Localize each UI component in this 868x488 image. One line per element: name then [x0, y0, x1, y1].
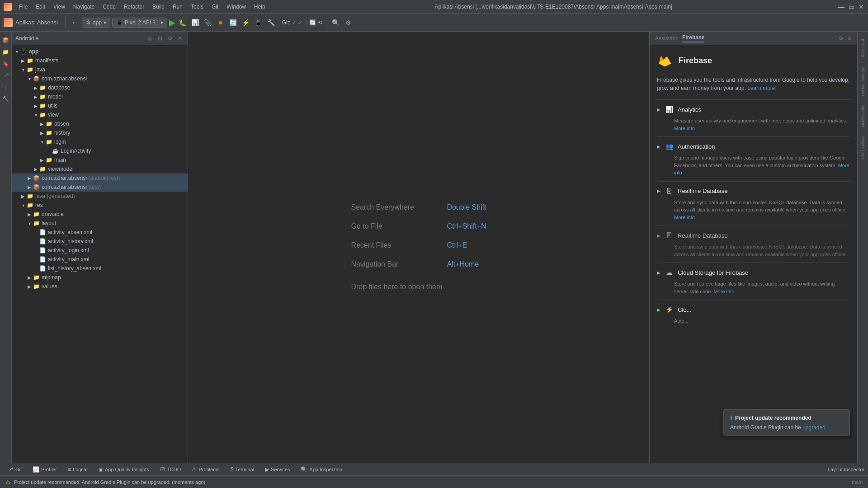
sidebar-resource-manager[interactable]: 📦: [1, 35, 11, 45]
config-dropdown[interactable]: ⚙ app ▾: [82, 18, 110, 28]
tree-item-test[interactable]: ▶ 📦 com.azhar.absensi (test): [12, 183, 188, 192]
sidebar-pull-requests[interactable]: ↕: [1, 82, 11, 92]
bottom-tab-logcat[interactable]: ≡ Logcat: [64, 465, 91, 474]
device-dropdown[interactable]: 📱 Pixel 2 API 31 ▾: [112, 18, 167, 28]
bottom-tab-problems[interactable]: ⚠ Problems: [188, 465, 223, 474]
learn-more-link[interactable]: Learn more: [747, 85, 775, 91]
attach-button[interactable]: 📎: [203, 17, 213, 28]
debug-button[interactable]: 🐛: [177, 17, 188, 28]
tree-item-values[interactable]: ▶ 📁 values: [12, 282, 188, 291]
right-tab-notifications[interactable]: Notifications: [859, 101, 867, 131]
tree-item-main[interactable]: ▶ 📁 main: [12, 155, 188, 164]
panel-collapse-icon[interactable]: ⊟: [156, 34, 164, 42]
panel-locate-icon[interactable]: ◎: [146, 34, 154, 42]
tree-item-viewmodel[interactable]: ▶ 📁 viewmodel: [12, 164, 188, 174]
service-header-analytics[interactable]: ▶ 📊 Analytics: [657, 104, 850, 114]
git-check-icon[interactable]: ✓: [298, 19, 303, 26]
right-tab-device-manager[interactable]: Device Manager: [859, 63, 867, 100]
firebase-tab[interactable]: Firebase: [682, 34, 704, 42]
sidebar-commit[interactable]: ⎇: [1, 70, 11, 80]
tree-item-history[interactable]: ▶ 📁 history: [12, 128, 188, 137]
panel-gear-icon[interactable]: ⚙: [166, 34, 174, 42]
service-header-realtime-db[interactable]: ▶ 🗄 Realtime Database: [657, 186, 850, 196]
settings-button[interactable]: ⚙: [343, 17, 354, 28]
sdk-manager[interactable]: 🔧: [266, 17, 277, 28]
menu-git[interactable]: Git: [208, 3, 222, 11]
menu-build[interactable]: Build: [149, 3, 168, 11]
git-push-icon[interactable]: ↑: [305, 19, 307, 26]
menu-view[interactable]: View: [50, 3, 69, 11]
sidebar-project[interactable]: 📁: [1, 47, 11, 57]
stop-button[interactable]: ■: [215, 17, 226, 28]
tree-item-mipmap[interactable]: ▶ 📁 mipmap: [12, 273, 188, 282]
service-header-cloud-functions[interactable]: ▶ ⚡ Clo...: [657, 305, 850, 314]
tree-item-app[interactable]: ▾ 📱 app: [12, 47, 188, 56]
tree-item-activity-main-xml[interactable]: 📄 activity_main.xml: [12, 255, 188, 264]
cloud-storage-more-info[interactable]: More info: [713, 289, 734, 294]
tree-item-activity-login-xml[interactable]: 📄 activity_login.xml: [12, 246, 188, 255]
service-header-cloud-storage[interactable]: ▶ ☁ Cloud Storage for Firebase: [657, 267, 850, 277]
tree-item-login[interactable]: ▾ 📁 login: [12, 137, 188, 146]
tree-item-layout[interactable]: ▾ 📁 layout: [12, 219, 188, 228]
sidebar-build-variants[interactable]: 🔨: [1, 94, 11, 104]
menu-code[interactable]: Code: [99, 3, 119, 11]
git-commit-icon[interactable]: ✓: [292, 19, 297, 26]
panel-close-icon[interactable]: ✕: [176, 34, 184, 42]
menu-navigate[interactable]: Navigate: [70, 3, 98, 11]
back-button[interactable]: ←: [69, 17, 80, 28]
avd-manager[interactable]: 📱: [253, 17, 264, 28]
tree-item-res[interactable]: ▾ 📁 res: [12, 201, 188, 210]
realtime-db-more-info[interactable]: More info: [674, 215, 695, 220]
bottom-tab-profiler[interactable]: 📈 Profiler: [29, 465, 61, 474]
menu-tools[interactable]: Tools: [187, 3, 207, 11]
tree-item-database[interactable]: ▶ 📁 database: [12, 83, 188, 92]
bottom-tab-services[interactable]: ▶ Services: [261, 465, 293, 474]
tree-item-drawable[interactable]: ▶ 📁 drawable: [12, 210, 188, 219]
tree-item-manifests[interactable]: ▶ 📁 manifests: [12, 56, 188, 65]
bottom-tab-todo[interactable]: ☑ TODO: [156, 465, 185, 474]
maximize-button[interactable]: ▭: [848, 4, 854, 10]
minimize-button[interactable]: —: [838, 4, 844, 10]
tree-item-activity-history-xml[interactable]: 📄 activity_history.xml: [12, 237, 188, 246]
tree-item-activity-absen-xml[interactable]: 📄 activity_absen.xml: [12, 228, 188, 237]
right-tab-assistant[interactable]: Assistant: [859, 35, 867, 61]
bottom-tab-terminal[interactable]: $ Terminal: [227, 465, 258, 474]
view-type-dropdown[interactable]: Android ▾: [15, 35, 38, 42]
service-header-auth[interactable]: ▶ 👥 Authentication: [657, 141, 850, 151]
bottom-tab-git[interactable]: ⎇ Git: [4, 465, 25, 474]
gradle-sync[interactable]: ⚡: [241, 17, 251, 28]
close-button[interactable]: ✕: [858, 4, 864, 10]
menu-window[interactable]: Window: [223, 3, 250, 11]
tree-item-model[interactable]: ▶ 📁 model: [12, 92, 188, 101]
tree-item-java-generated[interactable]: ▶ 📁 java (generated): [12, 192, 188, 201]
tree-item-view[interactable]: ▾ 📁 view: [12, 110, 188, 119]
service-header-realtime-db2[interactable]: ▶ 🗄 Realtime Database: [657, 230, 850, 240]
git-refresh-icon[interactable]: 🔄: [309, 19, 316, 26]
layout-inspector-button[interactable]: Layout Inspector: [828, 467, 864, 472]
search-everywhere-icon[interactable]: 🔍: [330, 17, 341, 28]
right-tab-file-explorer[interactable]: File Explorer: [859, 132, 867, 163]
notification-upgrade-link[interactable]: upgraded: [802, 424, 826, 431]
tree-item-login-activity[interactable]: ☕ LoginActivity: [12, 146, 188, 155]
profile-button[interactable]: 📊: [190, 17, 201, 28]
run-button[interactable]: ▶: [169, 18, 175, 28]
tree-item-package-main[interactable]: ▾ 📦 com.azhar.absensi: [12, 74, 188, 83]
sync-button[interactable]: 🔄: [228, 17, 239, 28]
menu-refactor[interactable]: Refactor: [120, 3, 148, 11]
tree-item-list-history-absen-xml[interactable]: 📄 list_history_absen.xml: [12, 264, 188, 273]
tree-item-utils[interactable]: ▶ 📁 utils: [12, 101, 188, 110]
firebase-settings-icon[interactable]: ⚙: [839, 35, 844, 42]
git-history-icon[interactable]: ⟲: [318, 19, 322, 26]
tree-item-android-test[interactable]: ▶ 📦 com.azhar.absensi (androidTest): [12, 174, 188, 183]
firebase-close-icon[interactable]: ✕: [847, 35, 852, 42]
menu-file[interactable]: File: [15, 3, 31, 11]
menu-help[interactable]: Help: [250, 3, 269, 11]
tree-item-java[interactable]: ▾ 📁 java: [12, 65, 188, 74]
tree-item-absen[interactable]: ▶ 📁 absen: [12, 119, 188, 128]
bottom-tab-app-inspection[interactable]: 🔍 App Inspection: [297, 465, 346, 474]
analytics-more-info[interactable]: More info: [674, 126, 695, 131]
menu-run[interactable]: Run: [169, 3, 186, 11]
menu-edit[interactable]: Edit: [32, 3, 49, 11]
bottom-tab-app-quality[interactable]: ◉ App Quality Insights: [95, 465, 153, 474]
sidebar-bookmarks[interactable]: 🔖: [1, 59, 11, 69]
